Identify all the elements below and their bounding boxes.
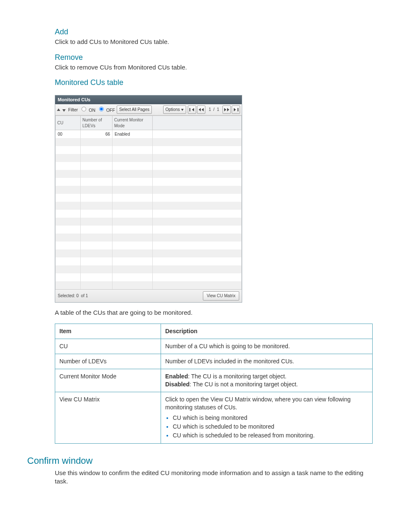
heading-monitored-table: Monitored CUs table bbox=[55, 77, 372, 87]
text-remove: Click to remove CUs from Monitored CUs t… bbox=[55, 63, 372, 72]
options-label: Options bbox=[166, 107, 180, 113]
table-row: Current Monitor Mode Enabled: The CU is … bbox=[55, 369, 373, 392]
cell-ldevs: 66 bbox=[81, 130, 113, 139]
desc-item: Current Monitor Mode bbox=[55, 369, 161, 392]
col-cu[interactable]: CU bbox=[56, 116, 81, 130]
filter-on-radio[interactable] bbox=[82, 107, 86, 111]
selected-value: 0 bbox=[76, 293, 79, 299]
col-spacer bbox=[153, 116, 242, 130]
chevron-down-icon bbox=[181, 109, 184, 111]
page-next-button[interactable] bbox=[223, 105, 231, 114]
table-row bbox=[56, 186, 242, 194]
table-row bbox=[56, 249, 242, 257]
filter-off-option[interactable]: OFF bbox=[97, 106, 115, 113]
selected-label: Selected: bbox=[58, 293, 75, 299]
heading-add: Add bbox=[55, 27, 372, 37]
table-row bbox=[56, 146, 242, 154]
select-all-pages-button[interactable]: Select All Pages bbox=[117, 105, 152, 114]
panel-title: Monitored CUs bbox=[55, 95, 242, 104]
desc-text: Enabled: The CU is a monitoring target o… bbox=[161, 369, 373, 392]
page-last-button[interactable] bbox=[232, 105, 240, 114]
table-row bbox=[56, 210, 242, 218]
page-indicator: 1 / 1 bbox=[206, 107, 222, 113]
table-row bbox=[56, 265, 242, 273]
cell-mode: Enabled bbox=[113, 130, 153, 139]
filter-on-label: ON bbox=[89, 108, 95, 113]
filter-off-label: OFF bbox=[106, 108, 115, 113]
description-table: Item Description CU Number of a CU which… bbox=[55, 324, 373, 444]
table-row bbox=[56, 234, 242, 242]
table-row bbox=[56, 242, 242, 249]
panel-footer: Selected: 0 of 1 View CU Matrix bbox=[55, 289, 242, 302]
cell-empty bbox=[153, 130, 242, 139]
filter-expand-icon[interactable] bbox=[57, 107, 61, 113]
table-row: Number of LDEVs Number of LDEVs included… bbox=[55, 354, 373, 369]
desc-item: Number of LDEVs bbox=[55, 354, 161, 369]
desc-header-item: Item bbox=[55, 324, 161, 339]
total-value: 1 bbox=[86, 293, 88, 299]
desc-text: Click to open the View CU Matrix window,… bbox=[161, 392, 373, 443]
monitored-caption: A table of the CUs that are going to be … bbox=[55, 308, 372, 317]
desc-item: View CU Matrix bbox=[55, 392, 161, 443]
cell-cu: 00 bbox=[56, 130, 81, 139]
desc-text: Number of LDEVs included in the monitore… bbox=[161, 354, 373, 369]
table-row bbox=[56, 154, 242, 162]
table-row bbox=[56, 202, 242, 210]
panel-toolbar: Filter ON OFF Select All Pages Options bbox=[55, 104, 242, 116]
table-row bbox=[56, 162, 242, 170]
list-item: CU which is being monitored bbox=[173, 414, 368, 422]
filter-on-option[interactable]: ON bbox=[79, 106, 95, 113]
list-item: CU which is scheduled to be released fro… bbox=[173, 432, 368, 439]
table-row bbox=[56, 194, 242, 202]
table-row bbox=[56, 281, 242, 289]
table-row bbox=[56, 170, 242, 178]
table-row bbox=[56, 257, 242, 265]
page-prev-button[interactable] bbox=[197, 105, 205, 114]
filter-collapse-icon[interactable] bbox=[63, 107, 66, 113]
table-row bbox=[56, 218, 242, 226]
heading-confirm-window: Confirm window bbox=[27, 455, 372, 467]
monitored-cus-panel: Monitored CUs Filter ON OFF Select All P… bbox=[55, 95, 242, 303]
of-label: of bbox=[81, 293, 84, 299]
list-item: CU which is scheduled to be monitored bbox=[173, 423, 368, 431]
table-row: View CU Matrix Click to open the View CU… bbox=[55, 392, 373, 443]
table-row bbox=[56, 226, 242, 234]
desc-header-description: Description bbox=[161, 324, 373, 339]
desc-text: Number of a CU which is going to be moni… bbox=[161, 339, 373, 354]
table-row: CU Number of a CU which is going to be m… bbox=[55, 339, 373, 354]
page-first-button[interactable] bbox=[188, 105, 196, 114]
table-row bbox=[56, 178, 242, 186]
options-button[interactable]: Options bbox=[163, 105, 186, 114]
col-mode[interactable]: Current Monitor Mode bbox=[113, 116, 153, 130]
table-row bbox=[56, 273, 242, 281]
heading-remove: Remove bbox=[55, 52, 372, 62]
text-confirm-window: Use this window to confirm the edited CU… bbox=[55, 469, 372, 486]
filter-label: Filter bbox=[68, 107, 78, 113]
view-cu-matrix-button[interactable]: View CU Matrix bbox=[203, 291, 239, 301]
table-row bbox=[56, 138, 242, 146]
monitored-cus-grid: CU Number of LDEVs Current Monitor Mode … bbox=[55, 116, 242, 289]
filter-off-radio[interactable] bbox=[99, 107, 104, 111]
table-row[interactable]: 0066Enabled bbox=[56, 130, 242, 139]
text-add: Click to add CUs to Monitored CUs table. bbox=[55, 38, 372, 46]
col-ldevs[interactable]: Number of LDEVs bbox=[81, 116, 113, 130]
desc-item: CU bbox=[55, 339, 161, 354]
